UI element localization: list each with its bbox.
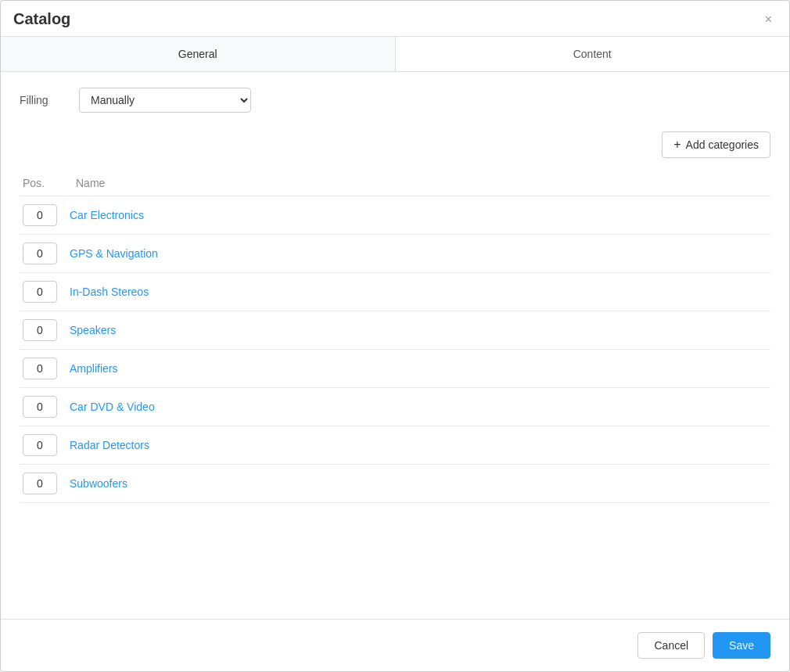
dialog-title: Catalog	[13, 10, 70, 28]
table-row: Speakers	[20, 311, 770, 350]
add-categories-label: Add categories	[686, 138, 759, 151]
category-link[interactable]: Speakers	[70, 324, 767, 336]
pos-input[interactable]	[23, 243, 57, 264]
filling-select[interactable]: Manually By rule	[79, 88, 251, 113]
table-row: Car Electronics	[20, 196, 770, 235]
close-button[interactable]: ×	[760, 12, 777, 27]
table-row: Amplifiers	[20, 350, 770, 388]
col-header-pos: Pos.	[23, 177, 63, 189]
catalog-dialog: Catalog × General Content Filling Manual…	[0, 0, 790, 672]
add-categories-row: + Add categories	[20, 131, 770, 164]
tab-general[interactable]: General	[1, 37, 395, 71]
filling-row: Filling Manually By rule	[20, 88, 770, 113]
table-body: Car ElectronicsGPS & NavigationIn-Dash S…	[20, 196, 770, 503]
tab-content[interactable]: Content	[396, 37, 790, 71]
col-header-name: Name	[76, 177, 767, 189]
dialog-header: Catalog ×	[1, 1, 789, 37]
category-link[interactable]: In-Dash Stereos	[70, 286, 767, 298]
table-row: Car DVD & Video	[20, 388, 770, 426]
category-link[interactable]: GPS & Navigation	[70, 247, 767, 260]
pos-input[interactable]	[23, 358, 57, 379]
category-link[interactable]: Subwoofers	[70, 477, 767, 490]
tab-bar: General Content	[1, 37, 789, 72]
table-row: Subwoofers	[20, 465, 770, 503]
dialog-body: Filling Manually By rule + Add categorie…	[1, 72, 789, 619]
pos-input[interactable]	[23, 204, 57, 226]
save-button[interactable]: Save	[713, 632, 770, 659]
plus-icon: +	[673, 138, 680, 152]
table-row: In-Dash Stereos	[20, 273, 770, 311]
table-header: Pos. Name	[20, 171, 770, 196]
pos-input[interactable]	[23, 473, 57, 494]
table-row: GPS & Navigation	[20, 235, 770, 273]
category-link[interactable]: Car DVD & Video	[70, 401, 767, 413]
dialog-footer: Cancel Save	[1, 619, 789, 671]
pos-input[interactable]	[23, 434, 57, 456]
pos-input[interactable]	[23, 396, 57, 418]
pos-input[interactable]	[23, 319, 57, 341]
category-link[interactable]: Amplifiers	[70, 362, 767, 375]
category-link[interactable]: Radar Detectors	[70, 439, 767, 451]
filling-label: Filling	[20, 94, 66, 106]
cancel-button[interactable]: Cancel	[637, 632, 705, 659]
pos-input[interactable]	[23, 281, 57, 303]
table-row: Radar Detectors	[20, 426, 770, 465]
add-categories-button[interactable]: + Add categories	[662, 131, 770, 158]
category-link[interactable]: Car Electronics	[70, 209, 767, 221]
